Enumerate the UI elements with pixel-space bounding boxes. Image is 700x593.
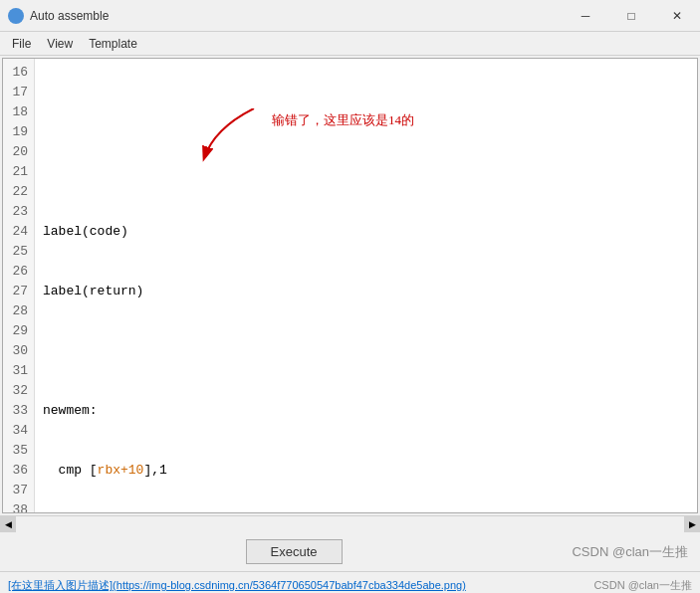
code-content[interactable]: 输错了，这里应该是14的 label(code) label(return) bbox=[35, 59, 697, 512]
code-line-16 bbox=[43, 162, 689, 182]
menu-template[interactable]: Template bbox=[81, 33, 145, 55]
bottom-toolbar: Execute CSDN @clan一生推 bbox=[0, 531, 700, 571]
menu-file[interactable]: File bbox=[4, 33, 39, 55]
code-line-17: label(code) bbox=[43, 222, 689, 242]
title-controls: ─ □ ✕ bbox=[563, 0, 700, 32]
code-line-20: newmem: bbox=[43, 401, 689, 421]
status-link[interactable]: [在这里插入图片描述](https://img-blog.csdnimg.cn/… bbox=[8, 578, 466, 593]
status-right-text: CSDN @clan一生推 bbox=[593, 578, 692, 593]
toolbar-left bbox=[12, 544, 16, 559]
minimize-button[interactable]: ─ bbox=[563, 0, 608, 32]
line-numbers: 16 17 18 19 20 21 22 23 24 25 26 27 28 2… bbox=[3, 59, 35, 512]
title-bar: Auto assemble ─ □ ✕ bbox=[0, 0, 700, 32]
code-line-18: label(return) bbox=[43, 282, 689, 301]
status-bar: [在这里插入图片描述](https://img-blog.csdnimg.cn/… bbox=[0, 571, 700, 593]
code-line-19 bbox=[43, 341, 689, 361]
scroll-track[interactable] bbox=[16, 516, 684, 532]
scroll-right-button[interactable]: ▶ bbox=[684, 516, 700, 532]
watermark-text: CSDN @clan一生推 bbox=[572, 543, 688, 561]
code-editor[interactable]: 16 17 18 19 20 21 22 23 24 25 26 27 28 2… bbox=[2, 58, 698, 513]
close-button[interactable]: ✕ bbox=[654, 0, 700, 32]
horizontal-scrollbar[interactable]: ◀ ▶ bbox=[0, 515, 700, 531]
annotation-arrow bbox=[184, 108, 264, 168]
title-text: Auto assemble bbox=[30, 9, 109, 23]
scroll-left-button[interactable]: ◀ bbox=[0, 516, 16, 532]
execute-button[interactable]: Execute bbox=[246, 539, 343, 564]
code-line-21: cmp [rbx+10],1 bbox=[43, 461, 689, 481]
maximize-button[interactable]: □ bbox=[608, 0, 654, 32]
menu-view[interactable]: View bbox=[39, 33, 81, 55]
app-icon bbox=[8, 8, 24, 24]
annotation: 输错了，这里应该是14的 bbox=[194, 91, 414, 171]
menu-bar: File View Template bbox=[0, 32, 700, 56]
